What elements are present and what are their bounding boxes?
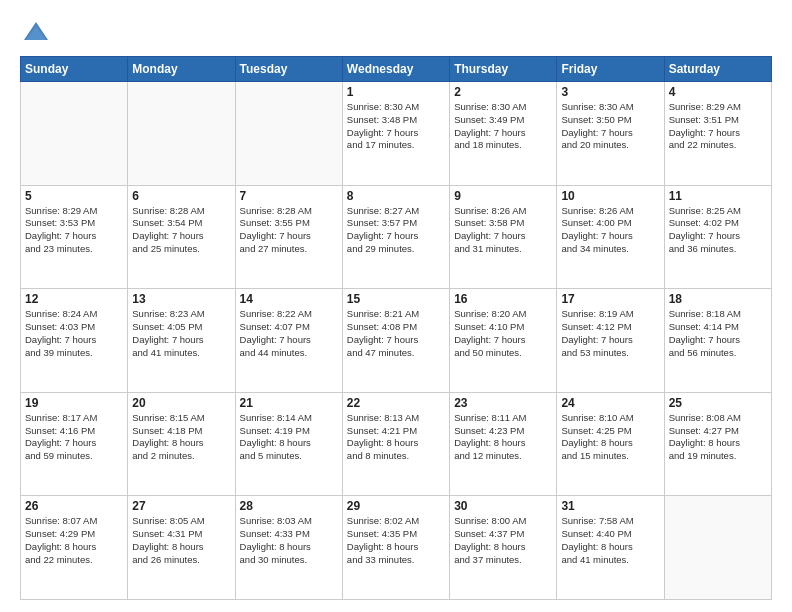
day-info: Sunrise: 8:08 AM Sunset: 4:27 PM Dayligh… — [669, 412, 767, 463]
header — [20, 18, 772, 46]
day-number: 17 — [561, 292, 659, 306]
calendar-cell: 19Sunrise: 8:17 AM Sunset: 4:16 PM Dayli… — [21, 392, 128, 496]
day-number: 6 — [132, 189, 230, 203]
day-number: 3 — [561, 85, 659, 99]
day-info: Sunrise: 8:29 AM Sunset: 3:51 PM Dayligh… — [669, 101, 767, 152]
day-number: 10 — [561, 189, 659, 203]
day-header-tuesday: Tuesday — [235, 57, 342, 82]
day-info: Sunrise: 8:26 AM Sunset: 3:58 PM Dayligh… — [454, 205, 552, 256]
day-info: Sunrise: 8:03 AM Sunset: 4:33 PM Dayligh… — [240, 515, 338, 566]
day-info: Sunrise: 8:17 AM Sunset: 4:16 PM Dayligh… — [25, 412, 123, 463]
day-header-saturday: Saturday — [664, 57, 771, 82]
day-number: 14 — [240, 292, 338, 306]
day-number: 31 — [561, 499, 659, 513]
day-header-thursday: Thursday — [450, 57, 557, 82]
day-number: 24 — [561, 396, 659, 410]
day-info: Sunrise: 8:11 AM Sunset: 4:23 PM Dayligh… — [454, 412, 552, 463]
day-info: Sunrise: 8:26 AM Sunset: 4:00 PM Dayligh… — [561, 205, 659, 256]
day-info: Sunrise: 8:28 AM Sunset: 3:55 PM Dayligh… — [240, 205, 338, 256]
calendar-cell — [235, 82, 342, 186]
day-info: Sunrise: 8:28 AM Sunset: 3:54 PM Dayligh… — [132, 205, 230, 256]
week-row-1: 1Sunrise: 8:30 AM Sunset: 3:48 PM Daylig… — [21, 82, 772, 186]
day-info: Sunrise: 8:15 AM Sunset: 4:18 PM Dayligh… — [132, 412, 230, 463]
calendar-cell: 15Sunrise: 8:21 AM Sunset: 4:08 PM Dayli… — [342, 289, 449, 393]
day-info: Sunrise: 8:10 AM Sunset: 4:25 PM Dayligh… — [561, 412, 659, 463]
calendar-cell: 28Sunrise: 8:03 AM Sunset: 4:33 PM Dayli… — [235, 496, 342, 600]
calendar-cell: 8Sunrise: 8:27 AM Sunset: 3:57 PM Daylig… — [342, 185, 449, 289]
calendar-cell: 14Sunrise: 8:22 AM Sunset: 4:07 PM Dayli… — [235, 289, 342, 393]
day-number: 26 — [25, 499, 123, 513]
calendar-cell: 2Sunrise: 8:30 AM Sunset: 3:49 PM Daylig… — [450, 82, 557, 186]
calendar-cell: 20Sunrise: 8:15 AM Sunset: 4:18 PM Dayli… — [128, 392, 235, 496]
day-number: 7 — [240, 189, 338, 203]
day-info: Sunrise: 8:02 AM Sunset: 4:35 PM Dayligh… — [347, 515, 445, 566]
day-info: Sunrise: 8:18 AM Sunset: 4:14 PM Dayligh… — [669, 308, 767, 359]
calendar-cell: 11Sunrise: 8:25 AM Sunset: 4:02 PM Dayli… — [664, 185, 771, 289]
day-number: 13 — [132, 292, 230, 306]
day-info: Sunrise: 8:30 AM Sunset: 3:50 PM Dayligh… — [561, 101, 659, 152]
week-row-2: 5Sunrise: 8:29 AM Sunset: 3:53 PM Daylig… — [21, 185, 772, 289]
day-number: 15 — [347, 292, 445, 306]
calendar-cell: 22Sunrise: 8:13 AM Sunset: 4:21 PM Dayli… — [342, 392, 449, 496]
day-header-sunday: Sunday — [21, 57, 128, 82]
day-info: Sunrise: 8:21 AM Sunset: 4:08 PM Dayligh… — [347, 308, 445, 359]
day-number: 8 — [347, 189, 445, 203]
calendar-cell: 7Sunrise: 8:28 AM Sunset: 3:55 PM Daylig… — [235, 185, 342, 289]
day-info: Sunrise: 8:00 AM Sunset: 4:37 PM Dayligh… — [454, 515, 552, 566]
day-header-friday: Friday — [557, 57, 664, 82]
week-row-5: 26Sunrise: 8:07 AM Sunset: 4:29 PM Dayli… — [21, 496, 772, 600]
page: SundayMondayTuesdayWednesdayThursdayFrid… — [0, 0, 792, 612]
day-number: 11 — [669, 189, 767, 203]
day-info: Sunrise: 8:07 AM Sunset: 4:29 PM Dayligh… — [25, 515, 123, 566]
calendar-cell — [128, 82, 235, 186]
calendar-cell: 3Sunrise: 8:30 AM Sunset: 3:50 PM Daylig… — [557, 82, 664, 186]
calendar-cell: 16Sunrise: 8:20 AM Sunset: 4:10 PM Dayli… — [450, 289, 557, 393]
day-number: 5 — [25, 189, 123, 203]
calendar-cell: 9Sunrise: 8:26 AM Sunset: 3:58 PM Daylig… — [450, 185, 557, 289]
calendar-cell: 17Sunrise: 8:19 AM Sunset: 4:12 PM Dayli… — [557, 289, 664, 393]
day-info: Sunrise: 8:29 AM Sunset: 3:53 PM Dayligh… — [25, 205, 123, 256]
calendar-cell: 5Sunrise: 8:29 AM Sunset: 3:53 PM Daylig… — [21, 185, 128, 289]
day-number: 19 — [25, 396, 123, 410]
calendar-cell — [21, 82, 128, 186]
calendar-cell: 24Sunrise: 8:10 AM Sunset: 4:25 PM Dayli… — [557, 392, 664, 496]
day-number: 9 — [454, 189, 552, 203]
day-number: 16 — [454, 292, 552, 306]
day-header-monday: Monday — [128, 57, 235, 82]
calendar-cell — [664, 496, 771, 600]
day-info: Sunrise: 8:05 AM Sunset: 4:31 PM Dayligh… — [132, 515, 230, 566]
day-info: Sunrise: 8:23 AM Sunset: 4:05 PM Dayligh… — [132, 308, 230, 359]
calendar-cell: 23Sunrise: 8:11 AM Sunset: 4:23 PM Dayli… — [450, 392, 557, 496]
calendar-cell: 6Sunrise: 8:28 AM Sunset: 3:54 PM Daylig… — [128, 185, 235, 289]
day-info: Sunrise: 8:30 AM Sunset: 3:48 PM Dayligh… — [347, 101, 445, 152]
day-header-row: SundayMondayTuesdayWednesdayThursdayFrid… — [21, 57, 772, 82]
day-info: Sunrise: 8:20 AM Sunset: 4:10 PM Dayligh… — [454, 308, 552, 359]
calendar-cell: 30Sunrise: 8:00 AM Sunset: 4:37 PM Dayli… — [450, 496, 557, 600]
day-info: Sunrise: 8:27 AM Sunset: 3:57 PM Dayligh… — [347, 205, 445, 256]
day-number: 4 — [669, 85, 767, 99]
day-header-wednesday: Wednesday — [342, 57, 449, 82]
calendar-cell: 10Sunrise: 8:26 AM Sunset: 4:00 PM Dayli… — [557, 185, 664, 289]
day-number: 25 — [669, 396, 767, 410]
day-number: 18 — [669, 292, 767, 306]
calendar-cell: 31Sunrise: 7:58 AM Sunset: 4:40 PM Dayli… — [557, 496, 664, 600]
day-number: 20 — [132, 396, 230, 410]
day-number: 29 — [347, 499, 445, 513]
calendar-cell: 12Sunrise: 8:24 AM Sunset: 4:03 PM Dayli… — [21, 289, 128, 393]
calendar-cell: 1Sunrise: 8:30 AM Sunset: 3:48 PM Daylig… — [342, 82, 449, 186]
day-info: Sunrise: 8:19 AM Sunset: 4:12 PM Dayligh… — [561, 308, 659, 359]
week-row-4: 19Sunrise: 8:17 AM Sunset: 4:16 PM Dayli… — [21, 392, 772, 496]
calendar-table: SundayMondayTuesdayWednesdayThursdayFrid… — [20, 56, 772, 600]
day-info: Sunrise: 8:22 AM Sunset: 4:07 PM Dayligh… — [240, 308, 338, 359]
calendar-cell: 27Sunrise: 8:05 AM Sunset: 4:31 PM Dayli… — [128, 496, 235, 600]
calendar-cell: 13Sunrise: 8:23 AM Sunset: 4:05 PM Dayli… — [128, 289, 235, 393]
day-info: Sunrise: 8:14 AM Sunset: 4:19 PM Dayligh… — [240, 412, 338, 463]
day-info: Sunrise: 8:25 AM Sunset: 4:02 PM Dayligh… — [669, 205, 767, 256]
logo-icon — [22, 18, 50, 46]
calendar-cell: 18Sunrise: 8:18 AM Sunset: 4:14 PM Dayli… — [664, 289, 771, 393]
logo — [20, 18, 50, 46]
day-number: 1 — [347, 85, 445, 99]
calendar-cell: 26Sunrise: 8:07 AM Sunset: 4:29 PM Dayli… — [21, 496, 128, 600]
calendar-cell: 25Sunrise: 8:08 AM Sunset: 4:27 PM Dayli… — [664, 392, 771, 496]
calendar-cell: 21Sunrise: 8:14 AM Sunset: 4:19 PM Dayli… — [235, 392, 342, 496]
